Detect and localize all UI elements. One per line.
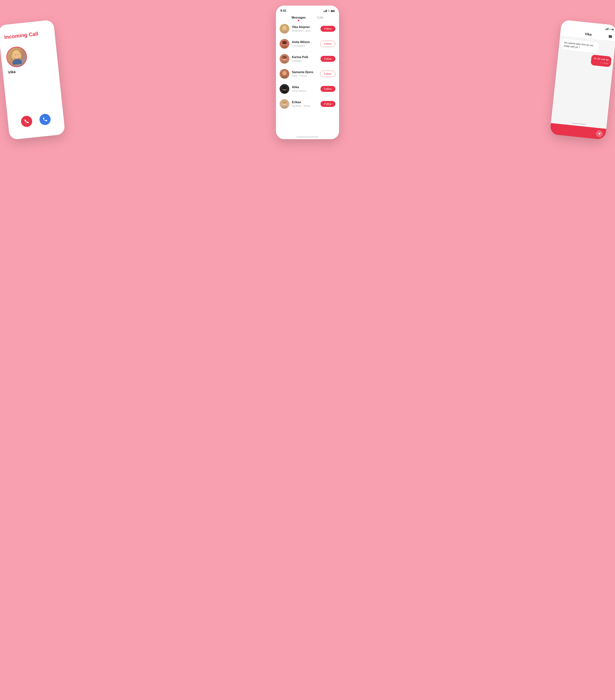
left-phone: Incoming Call Vika <box>0 20 65 140</box>
svg-point-8 <box>12 59 23 65</box>
caller-avatar <box>5 46 28 68</box>
accept-button[interactable] <box>39 113 51 126</box>
call-buttons <box>8 112 64 129</box>
caller-info: Vika <box>0 39 59 79</box>
caller-name: Vika <box>8 70 16 74</box>
decline-button[interactable] <box>21 115 33 127</box>
